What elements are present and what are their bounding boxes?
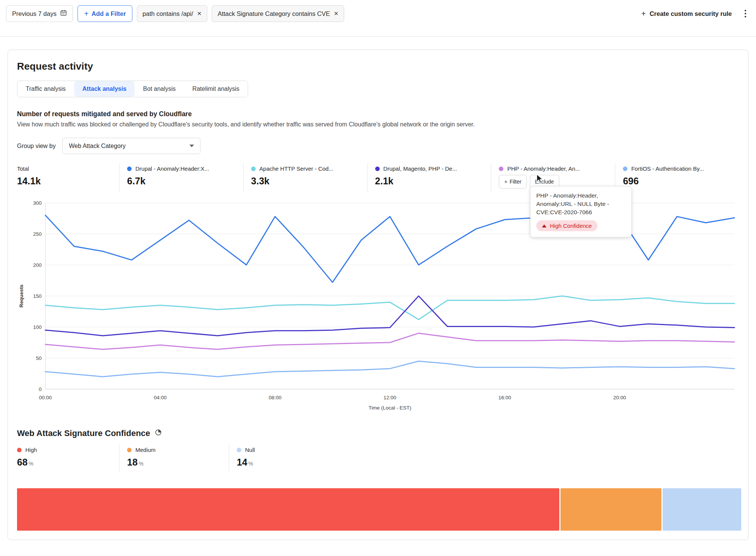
confidence-bar-segment-medium <box>560 488 661 531</box>
stat-value: 14.1k <box>17 176 112 187</box>
chart-section-title: Number of requests mitigated and served … <box>17 110 739 118</box>
filter-button[interactable]: +Filter <box>499 175 526 188</box>
series-color-dot <box>375 167 380 171</box>
mouse-cursor-icon <box>536 174 545 185</box>
tab-ratelimit-analysis[interactable]: Ratelimit analysis <box>184 81 248 97</box>
svg-text:100: 100 <box>33 324 42 330</box>
group-view-by-label: Group view by <box>17 143 56 150</box>
stat-label: Total <box>17 165 29 172</box>
svg-text:20:00: 20:00 <box>613 395 626 400</box>
svg-text:Time (Local - EST): Time (Local - EST) <box>369 405 411 411</box>
toolbar-right: + Create custom security rule <box>641 8 749 20</box>
confidence-item-null: Null 14% <box>229 444 338 472</box>
svg-text:08:00: 08:00 <box>269 395 281 400</box>
series-color-dot <box>499 167 503 171</box>
kebab-menu-icon[interactable] <box>742 8 749 20</box>
card-title: Request activity <box>17 61 739 72</box>
confidence-legend: High 68% Medium 18% Null 14% <box>17 444 739 472</box>
stat-total: Total 14.1k <box>17 163 119 192</box>
analysis-tabs: Traffic analysis Attack analysis Bot ana… <box>17 81 248 97</box>
confidence-percent: 68% <box>17 457 112 468</box>
svg-text:00:00: 00:00 <box>39 395 52 400</box>
series-color-dot <box>623 167 627 171</box>
filter-chip-attack-signature[interactable]: Attack Signature Category contains CVE ✕ <box>212 5 344 22</box>
confidence-label: High <box>25 447 37 453</box>
filter-chip-label: path contains /api/ <box>143 10 193 17</box>
badge-label: High Confidence <box>550 223 592 229</box>
confidence-section-title-row: Web Attack Signature Confidence <box>17 428 739 438</box>
filter-toolbar: Previous 7 days + Add a Filter path cont… <box>0 0 756 37</box>
chart-section-description: View how much traffic was blocked or cha… <box>17 121 739 128</box>
triangle-up-icon <box>542 224 546 227</box>
tab-traffic-analysis[interactable]: Traffic analysis <box>17 81 74 97</box>
stat-drupal-anomaly-header[interactable]: Drupal - Anomaly:Header:X... 6.7k <box>119 163 243 192</box>
security-analytics-page: { "icons": { "plus": "+", "close": "✕" }… <box>0 0 756 556</box>
tab-attack-analysis[interactable]: Attack analysis <box>74 81 135 97</box>
stat-label: FortiOS - Authentication By... <box>631 165 704 172</box>
plus-icon: + <box>641 9 646 18</box>
calendar-icon <box>60 9 67 18</box>
stat-value: 3.3k <box>251 176 360 187</box>
group-view-by-select[interactable]: Web Attack Category <box>62 138 200 154</box>
confidence-item-medium: Medium 18% <box>119 444 229 472</box>
confidence-label: Null <box>245 447 255 453</box>
confidence-item-high: High 68% <box>17 444 119 472</box>
plus-icon: + <box>504 179 507 185</box>
stat-fortios-authentication[interactable]: FortiOS - Authentication By... 696 <box>615 163 739 192</box>
add-filter-button[interactable]: + Add a Filter <box>78 5 132 22</box>
svg-text:04:00: 04:00 <box>154 395 167 400</box>
add-filter-label: Add a Filter <box>92 10 126 17</box>
create-rule-label: Create custom security rule <box>650 10 732 17</box>
filter-chip-label: Attack Signature Category contains CVE <box>217 10 330 17</box>
confidence-bar-segment-null <box>663 488 741 531</box>
svg-text:0: 0 <box>39 386 42 392</box>
stat-value: 6.7k <box>127 176 236 187</box>
filter-chip-path[interactable]: path contains /api/ ✕ <box>137 5 208 22</box>
plus-icon: + <box>84 10 88 17</box>
null-color-dot <box>237 448 241 452</box>
stat-label: PHP - Anomaly:Header, An... <box>507 165 580 172</box>
confidence-label: Medium <box>135 447 155 453</box>
stat-label: Apache HTTP Server - Cod... <box>259 165 334 172</box>
svg-text:150: 150 <box>33 293 42 299</box>
series-color-dot <box>251 167 256 171</box>
stat-label: Drupal, Magento, PHP - De... <box>383 165 457 172</box>
svg-text:16:00: 16:00 <box>498 395 511 400</box>
tab-bot-analysis[interactable]: Bot analysis <box>135 81 184 97</box>
group-view-by: Group view by Web Attack Category <box>17 138 739 154</box>
selected-option: Web Attack Category <box>69 143 126 150</box>
confidence-percent: 18% <box>127 457 221 468</box>
svg-text:200: 200 <box>33 262 42 268</box>
request-activity-card: Request activity Traffic analysis Attack… <box>8 50 748 540</box>
svg-text:Requests: Requests <box>19 285 24 308</box>
date-range-button[interactable]: Previous 7 days <box>6 5 73 22</box>
stat-label: Drupal - Anomaly:Header:X... <box>135 165 209 172</box>
stat-drupal-magento-php[interactable]: Drupal, Magento, PHP - De... 2.1k <box>367 163 491 192</box>
close-icon[interactable]: ✕ <box>197 10 202 17</box>
svg-text:50: 50 <box>36 355 42 361</box>
confidence-percent: 14% <box>237 457 331 468</box>
medium-color-dot <box>127 448 132 452</box>
tooltip-text: PHP - Anomaly:Header, Anomaly:URL - NULL… <box>536 192 626 216</box>
series-color-dot <box>127 167 132 171</box>
date-range-label: Previous 7 days <box>12 10 56 17</box>
chevron-down-icon <box>189 145 194 147</box>
confidence-bar-segment-high <box>17 488 559 531</box>
high-color-dot <box>17 448 22 452</box>
pie-chart-icon <box>155 428 162 438</box>
stat-value: 696 <box>623 176 731 187</box>
series-tooltip: PHP - Anomaly:Header, Anomaly:URL - NULL… <box>530 186 632 237</box>
confidence-stacked-bar <box>17 488 739 531</box>
svg-text:300: 300 <box>33 200 42 206</box>
svg-text:250: 250 <box>33 231 42 237</box>
confidence-title: Web Attack Signature Confidence <box>17 428 150 438</box>
stat-apache-http-server[interactable]: Apache HTTP Server - Cod... 3.3k <box>243 163 367 192</box>
create-custom-security-rule-button[interactable]: + Create custom security rule <box>641 9 732 18</box>
stat-value: 2.1k <box>375 176 484 187</box>
svg-text:12:00: 12:00 <box>383 395 396 400</box>
high-confidence-badge: High Confidence <box>536 220 598 231</box>
close-icon[interactable]: ✕ <box>334 10 339 17</box>
